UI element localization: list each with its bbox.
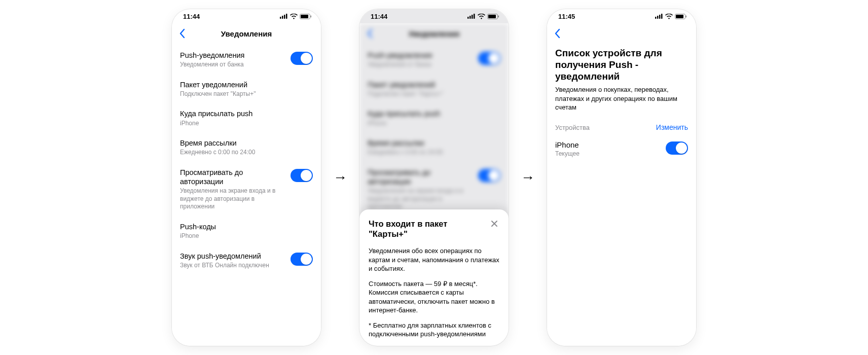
- svg-rect-19: [676, 15, 683, 18]
- back-button[interactable]: [554, 28, 560, 39]
- status-bar: 11:44: [172, 9, 321, 23]
- svg-rect-20: [686, 15, 687, 17]
- sheet-paragraph: * Бесплатно для зарплатных клиентов с по…: [369, 321, 499, 339]
- svg-rect-14: [655, 17, 657, 19]
- item-preview-before-auth[interactable]: Просматривать до авторизации Уведомления…: [180, 163, 313, 217]
- toggle-device-iphone[interactable]: [666, 141, 688, 155]
- device-status: Текущее: [555, 150, 580, 157]
- svg-rect-15: [657, 16, 659, 19]
- status-time: 11:44: [371, 13, 387, 20]
- cellular-icon: [467, 14, 476, 19]
- devices-section-header: Устройства Изменить: [547, 120, 696, 136]
- page-title: Уведомления: [172, 29, 321, 38]
- wifi-icon: [665, 14, 673, 19]
- svg-rect-3: [286, 14, 287, 19]
- svg-rect-13: [498, 15, 499, 17]
- item-push-destination[interactable]: Куда присылать push iPhone: [180, 104, 313, 133]
- status-icons: [280, 14, 312, 19]
- sheet-title: Что входит в пакет "Карты+": [369, 219, 484, 239]
- svg-rect-6: [311, 15, 312, 17]
- device-row-iphone[interactable]: iPhone Текущее: [547, 136, 696, 161]
- page-big-title: Список устройств для получения Push - ув…: [547, 44, 696, 85]
- chevron-left-icon: [554, 28, 560, 39]
- status-time: 11:45: [558, 13, 575, 20]
- phone-screen-notifications: 11:44 Уведомления Push-уведомления Уведо…: [172, 9, 321, 346]
- toggle-preview[interactable]: [291, 169, 313, 182]
- item-title: Время рассылки: [180, 138, 313, 148]
- item-title: Просматривать до авторизации: [180, 168, 285, 186]
- item-schedule[interactable]: Время рассылки Ежедневно с 0:00 по 24:00: [180, 133, 313, 163]
- sheet-body: Уведомления обо всех операциях по картам…: [369, 246, 499, 339]
- sheet-paragraph: Уведомления обо всех операциях по картам…: [369, 246, 499, 273]
- close-icon: [490, 220, 498, 228]
- battery-icon: [487, 14, 499, 19]
- flow-arrow-icon: →: [521, 169, 535, 186]
- item-sub: Подключен пакет "Карты+": [180, 90, 313, 98]
- svg-rect-0: [280, 17, 281, 19]
- svg-rect-9: [472, 15, 473, 19]
- svg-rect-12: [488, 15, 496, 18]
- item-push-codes[interactable]: Push-коды iPhone: [180, 217, 313, 246]
- toggle-sound[interactable]: [291, 253, 313, 266]
- item-title: Push-уведомления: [180, 51, 285, 60]
- back-button: [367, 28, 373, 39]
- item-sub: Уведомления на экране входа и в виджете …: [180, 187, 285, 211]
- svg-rect-5: [301, 15, 308, 18]
- phone-screen-devices: 11:45 Список устройств для получения Pus…: [547, 9, 696, 346]
- status-bar: 11:45: [547, 9, 696, 23]
- cellular-icon: [655, 14, 663, 19]
- svg-rect-2: [284, 15, 285, 19]
- item-title: Куда присылать push: [180, 109, 313, 118]
- svg-rect-16: [659, 15, 661, 19]
- svg-rect-17: [661, 14, 663, 19]
- item-title: Push-коды: [180, 222, 313, 231]
- status-icons: [467, 14, 499, 19]
- svg-rect-8: [469, 16, 471, 19]
- svg-rect-1: [282, 16, 283, 19]
- item-sub: Звук от ВТБ Онлайн подключен: [180, 262, 285, 270]
- battery-icon: [675, 14, 687, 19]
- device-name: iPhone: [555, 140, 580, 149]
- item-push-notifications[interactable]: Push-уведомления Уведомления от банка: [180, 46, 313, 75]
- item-sub: iPhone: [180, 232, 313, 240]
- settings-list: Push-уведомления Уведомления от банка Па…: [172, 44, 321, 275]
- svg-rect-10: [474, 14, 475, 19]
- chevron-left-icon: [179, 28, 185, 39]
- item-notification-package[interactable]: Пакет уведомлений Подключен пакет "Карты…: [180, 75, 313, 104]
- sheet-close-button[interactable]: [489, 219, 499, 229]
- toggle-push[interactable]: [291, 52, 313, 65]
- sheet-paragraph: Стоимость пакета — 59 ₽ в месяц*. Комисс…: [369, 279, 499, 315]
- devices-label: Устройства: [555, 124, 590, 131]
- status-icons: [655, 14, 687, 19]
- item-title: Звук push-уведомлений: [180, 252, 285, 261]
- page-title: Уведомления: [359, 29, 509, 38]
- flow-arrow-icon: →: [333, 169, 347, 186]
- page-big-subtitle: Уведомления о покупках, переводах, плате…: [547, 85, 696, 120]
- battery-icon: [300, 14, 312, 19]
- svg-rect-7: [467, 17, 469, 19]
- status-time: 11:44: [183, 13, 200, 20]
- bottom-sheet-package-info: Что входит в пакет "Карты+" Уведомления …: [359, 209, 509, 346]
- item-sub: iPhone: [180, 120, 313, 128]
- item-sub: Ежедневно с 0:00 по 24:00: [180, 149, 313, 157]
- phone-screen-package-sheet: 11:44 Уведомления Push-уведомленияУведом…: [359, 9, 509, 346]
- cellular-icon: [280, 14, 288, 19]
- nav-bar: Уведомления: [172, 23, 321, 44]
- chevron-left-icon: [367, 28, 373, 39]
- status-bar: 11:44: [359, 9, 509, 23]
- item-sub: Уведомления от банка: [180, 61, 285, 69]
- item-title: Пакет уведомлений: [180, 80, 313, 89]
- back-button[interactable]: [179, 28, 185, 39]
- edit-devices-button[interactable]: Изменить: [656, 123, 688, 131]
- item-push-sound[interactable]: Звук push-уведомлений Звук от ВТБ Онлайн…: [180, 246, 313, 276]
- nav-bar: Уведомления: [359, 23, 509, 44]
- wifi-icon: [478, 14, 485, 19]
- wifi-icon: [290, 14, 298, 19]
- nav-bar: [547, 23, 696, 44]
